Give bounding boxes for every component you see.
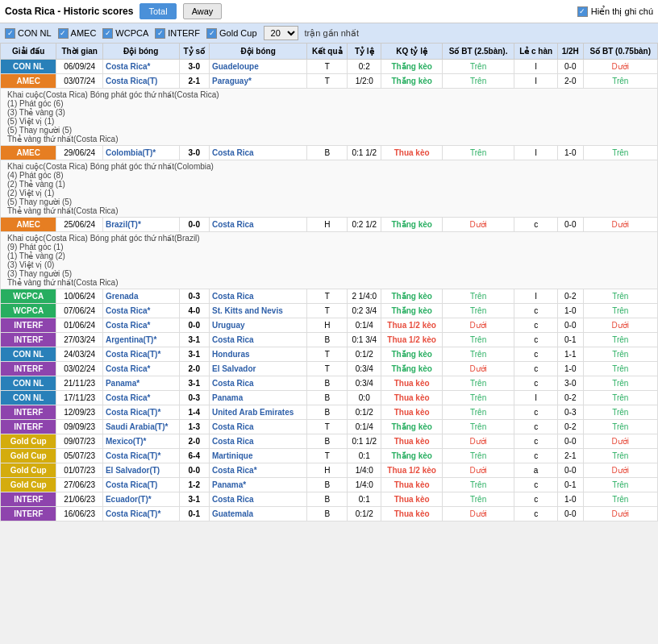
cell-date: 24/03/24 (56, 347, 103, 362)
cell-away[interactable]: El Salvador (209, 362, 306, 376)
cell-odds: 1/2:0 (348, 74, 381, 89)
cell-half: 0-3 (558, 405, 584, 420)
cell-score: 3-1 (179, 333, 209, 347)
cell-kq: Thắng kèo (381, 304, 443, 318)
checkbox-show[interactable]: ✓ (577, 6, 588, 17)
cell-date: 27/03/24 (56, 333, 103, 347)
cell-home[interactable]: Costa Rica(T)* (102, 347, 179, 362)
cell-away[interactable]: St. Kitts and Nevis (209, 304, 306, 318)
col-result: Kết quả (307, 44, 348, 60)
cell-away[interactable]: Panama* (209, 478, 306, 492)
cell-le: c (514, 304, 558, 318)
cell-home[interactable]: Mexico(T)* (102, 434, 179, 449)
cell-away[interactable]: Guadeloupe (209, 60, 306, 74)
cell-odds: 0:2 (348, 60, 381, 74)
matches-table: Giải đấu Thời gian Đội bóng Tỷ số Đội bó… (0, 43, 658, 521)
table-row: Gold Cup 05/07/23 Costa Rica(T)* 6-4 Mar… (1, 449, 658, 463)
cell-home[interactable]: Costa Rica* (102, 362, 179, 376)
cell-league: CON NL (1, 391, 56, 405)
cell-away[interactable]: Costa Rica (209, 434, 306, 449)
filter-cb-interf[interactable]: ✓ INTERF (155, 28, 200, 39)
cell-result: B (307, 333, 348, 347)
cell-score: 1-3 (179, 420, 209, 434)
cell-away[interactable]: Costa Rica (209, 146, 306, 160)
cell-half: 0-0 (558, 318, 584, 333)
cell-away[interactable]: Guatemala (209, 507, 306, 521)
cell-le: c (514, 362, 558, 376)
cell-bt25: Dưới (443, 434, 514, 449)
cell-half: 1-0 (558, 492, 584, 507)
cell-result: H (307, 218, 348, 232)
cell-away[interactable]: Costa Rica (209, 492, 306, 507)
filter-cb-amec[interactable]: ✓ AMEC (58, 28, 97, 39)
filter-cb-connl[interactable]: ✓ CON NL (5, 28, 52, 39)
filter-cb-goldcup[interactable]: ✓ Gold Cup (206, 28, 256, 39)
cell-half: 3-0 (558, 376, 584, 391)
cell-league: WCPCA (1, 289, 56, 304)
cell-away[interactable]: Costa Rica (209, 218, 306, 232)
cell-bt075: Dưới (583, 60, 657, 74)
cell-home[interactable]: Costa Rica* (102, 391, 179, 405)
table-row: INTERF 16/06/23 Costa Rica(T)* 0-1 Guate… (1, 507, 658, 521)
cell-home[interactable]: Costa Rica* (102, 60, 179, 74)
cell-away[interactable]: Costa Rica (209, 420, 306, 434)
cell-away[interactable]: Costa Rica (209, 333, 306, 347)
cell-kq: Thua kèo (381, 146, 443, 160)
cell-bt25: Dưới (443, 318, 514, 333)
cell-kq: Thắng kèo (381, 74, 443, 89)
cell-half: 0-1 (558, 478, 584, 492)
cell-league: INTERF (1, 405, 56, 420)
cell-home[interactable]: Panama* (102, 376, 179, 391)
cell-half: 1-1 (558, 347, 584, 362)
cell-bt25: Trên (443, 347, 514, 362)
cell-score: 0-1 (179, 507, 209, 521)
cell-away[interactable]: Uruguay (209, 318, 306, 333)
col-away: Đội bóng (209, 44, 306, 60)
cell-home[interactable]: Costa Rica(T)* (102, 507, 179, 521)
cell-league: INTERF (1, 507, 56, 521)
cell-home[interactable]: Brazil(T)* (102, 218, 179, 232)
cell-home[interactable]: Ecuador(T)* (102, 492, 179, 507)
table-row: CON NL 06/09/24 Costa Rica* 3-0 Guadelou… (1, 60, 658, 74)
tab-total[interactable]: Total (140, 3, 176, 19)
cell-bt075: Trên (583, 333, 657, 347)
tab-away[interactable]: Away (183, 3, 223, 19)
table-row: AMEC 29/06/24 Colombia(T)* 3-0 Costa Ric… (1, 146, 658, 160)
cell-home[interactable]: El Salvador(T) (102, 463, 179, 478)
cell-away[interactable]: Martinique (209, 449, 306, 463)
cell-away[interactable]: Costa Rica* (209, 463, 306, 478)
cell-score: 3-1 (179, 347, 209, 362)
cell-bt25: Trên (443, 492, 514, 507)
cell-result: H (307, 463, 348, 478)
filter-cb-wcpca[interactable]: ✓ WCPCA (102, 28, 148, 39)
cell-away[interactable]: United Arab Emirates (209, 405, 306, 420)
cell-le: c (514, 449, 558, 463)
count-select[interactable]: 203050 (264, 26, 298, 40)
cell-league: Gold Cup (1, 478, 56, 492)
cell-away[interactable]: Honduras (209, 347, 306, 362)
cell-home[interactable]: Colombia(T)* (102, 146, 179, 160)
cell-home[interactable]: Costa Rica* (102, 304, 179, 318)
cell-away[interactable]: Paraguay* (209, 74, 306, 89)
cell-home[interactable]: Costa Rica(T) (102, 478, 179, 492)
cell-home[interactable]: Costa Rica(T)* (102, 449, 179, 463)
cell-date: 09/09/23 (56, 420, 103, 434)
cell-result: H (307, 318, 348, 333)
cell-away[interactable]: Costa Rica (209, 289, 306, 304)
cell-score: 3-0 (179, 146, 209, 160)
cell-kq: Thắng kèo (381, 289, 443, 304)
cell-away[interactable]: Costa Rica (209, 376, 306, 391)
cell-home[interactable]: Saudi Arabia(T)* (102, 420, 179, 434)
cell-bt25: Trên (443, 420, 514, 434)
cell-home[interactable]: Costa Rica(T) (102, 74, 179, 89)
cell-home[interactable]: Costa Rica(T)* (102, 405, 179, 420)
show-notes[interactable]: ✓ Hiển thị ghi chú (577, 6, 653, 17)
cell-away[interactable]: Panama (209, 391, 306, 405)
cell-odds: 0:1/4 (348, 420, 381, 434)
cell-home[interactable]: Argentina(T)* (102, 333, 179, 347)
cell-home[interactable]: Grenada (102, 289, 179, 304)
cell-home[interactable]: Costa Rica* (102, 318, 179, 333)
cell-league: WCPCA (1, 304, 56, 318)
cell-score: 0-3 (179, 289, 209, 304)
cell-date: 03/02/24 (56, 362, 103, 376)
